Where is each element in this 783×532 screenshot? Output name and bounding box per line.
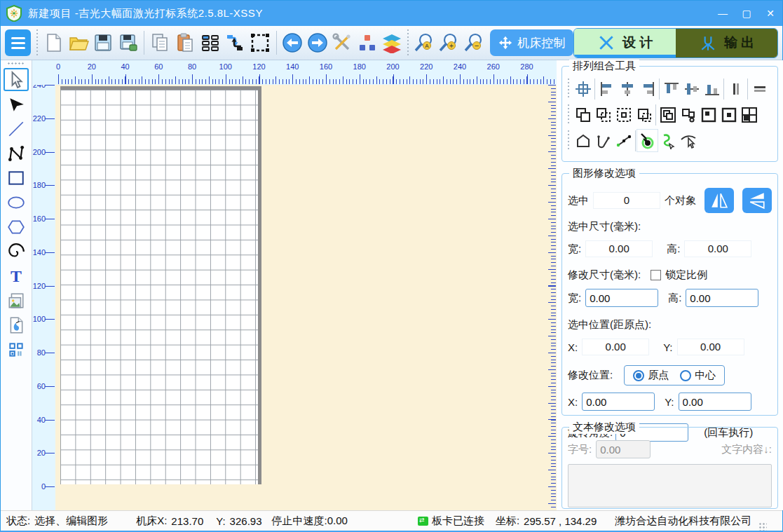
modify-y-input[interactable]	[679, 393, 751, 411]
properties-panel: 排列组合工具	[557, 60, 783, 510]
open-folder-icon	[68, 32, 89, 53]
tab-output[interactable]: 输 出	[676, 29, 777, 57]
svg-text:T: T	[11, 267, 22, 285]
combine-button[interactable]	[658, 104, 678, 125]
ruler-corner	[32, 60, 55, 85]
text-tool[interactable]: T	[4, 264, 29, 287]
machine-x-label: 机床X:	[136, 514, 167, 528]
polygon-tool[interactable]	[4, 215, 29, 238]
array-copy-button[interactable]	[198, 29, 222, 57]
snap-node-button[interactable]	[637, 130, 658, 151]
close-button[interactable]: ✕	[758, 1, 782, 26]
snap-node-icon	[639, 132, 656, 149]
select-all-button[interactable]	[247, 29, 272, 57]
object-list-button[interactable]	[355, 29, 379, 57]
to-front-button[interactable]	[719, 104, 739, 125]
selected-x-value: 0.00	[582, 339, 649, 355]
layers-button[interactable]	[379, 29, 404, 57]
center-radio[interactable]: 中心	[680, 369, 716, 382]
maximize-button[interactable]: ▢	[735, 1, 758, 26]
to-back-button[interactable]	[698, 104, 719, 125]
group-button[interactable]	[573, 104, 593, 125]
zoom-out-button[interactable]: −	[461, 29, 486, 57]
break-apart-button[interactable]	[678, 104, 698, 125]
settings-button[interactable]	[330, 29, 355, 57]
flip-vertical-button[interactable]	[742, 188, 772, 213]
add-to-group-button[interactable]	[593, 104, 613, 125]
open-curve-button[interactable]	[593, 130, 613, 151]
tools-icon	[332, 32, 353, 53]
paste-button[interactable]	[173, 29, 198, 57]
redo-button[interactable]	[305, 29, 329, 57]
modify-height-input[interactable]	[686, 289, 758, 307]
line-tool[interactable]	[4, 117, 29, 140]
machine-control-button[interactable]: 机床控制	[490, 29, 573, 56]
ungroup-button[interactable]	[613, 104, 634, 125]
ungroup-all-button[interactable]	[634, 104, 654, 125]
image-tool[interactable]	[4, 289, 29, 312]
design-icon	[597, 34, 615, 52]
array-tool[interactable]	[4, 338, 29, 361]
pick-node-button[interactable]	[678, 130, 698, 151]
flip-horizontal-button[interactable]	[704, 188, 734, 213]
smooth-curve-button[interactable]	[658, 130, 678, 151]
undo-button[interactable]	[280, 29, 305, 57]
node-edit-tool[interactable]	[4, 93, 29, 116]
black-arrow-icon	[7, 95, 25, 114]
align-right-button[interactable]	[637, 78, 658, 100]
toolbar-handle	[566, 79, 570, 100]
rectangle-tool[interactable]	[4, 166, 29, 189]
select-tool[interactable]	[4, 68, 29, 91]
app-logo-icon	[6, 5, 22, 22]
edit-nodes-button[interactable]	[613, 130, 634, 151]
menu-button[interactable]	[5, 29, 31, 56]
center-to-origin-button[interactable]	[573, 78, 593, 100]
open-file-button[interactable]	[66, 29, 90, 57]
select-cursor-icon	[7, 71, 25, 89]
origin-radio[interactable]: 原点	[633, 369, 669, 382]
selected-height-value: 0.00	[684, 240, 751, 257]
coord-label: 坐标:	[496, 514, 519, 528]
close-curve-button[interactable]	[573, 130, 593, 151]
align-top-button[interactable]	[661, 78, 681, 100]
ellipse-tool[interactable]	[4, 191, 29, 214]
align-hcenter-button[interactable]	[617, 78, 637, 100]
h-ruler-label: 100	[219, 62, 232, 71]
distribute-v-button[interactable]	[749, 78, 770, 100]
transform-button[interactable]	[223, 29, 247, 57]
work-area-grid[interactable]	[60, 86, 261, 484]
lock-ratio-checkbox[interactable]	[651, 270, 661, 280]
zoom-in-button[interactable]: +	[436, 29, 461, 57]
canvas-area[interactable]: 020406080100120140160180200220240260280 …	[32, 60, 557, 510]
node-edit-icon	[615, 132, 632, 149]
text-content-label: 文字内容↓:	[721, 443, 772, 456]
spiral-tool[interactable]	[4, 240, 29, 263]
polyline-tool[interactable]	[4, 142, 29, 165]
align-bottom-button[interactable]	[702, 78, 722, 100]
save-button[interactable]	[90, 29, 115, 57]
tab-design-label: 设 计	[622, 34, 653, 52]
center-align-icon	[575, 81, 592, 97]
distribute-v-icon	[751, 81, 768, 97]
ungroup-all-icon	[636, 107, 653, 123]
y-label: Y:	[663, 341, 672, 353]
resize-grip[interactable]	[758, 522, 767, 531]
copy-button[interactable]	[148, 29, 172, 57]
v-ruler-label: 180	[33, 181, 46, 189]
zoom-all-button[interactable]: A	[411, 29, 436, 57]
image-icon	[7, 292, 25, 310]
modify-x-input[interactable]	[582, 393, 655, 411]
split-cells-button[interactable]	[739, 104, 759, 125]
modify-width-input[interactable]	[585, 289, 658, 307]
font-size-label: 字号:	[568, 443, 592, 456]
new-file-button[interactable]	[41, 29, 65, 57]
align-left-button[interactable]	[597, 78, 617, 100]
svg-text:−: −	[474, 41, 478, 50]
toolbar-separator	[144, 31, 144, 55]
vector-file-tool[interactable]	[4, 313, 29, 336]
distribute-h-button[interactable]	[726, 78, 746, 100]
tab-design[interactable]: 设 计	[574, 29, 676, 57]
save-as-button[interactable]	[116, 29, 140, 57]
align-vcenter-button[interactable]	[681, 78, 702, 100]
minimize-button[interactable]: —	[711, 1, 735, 26]
